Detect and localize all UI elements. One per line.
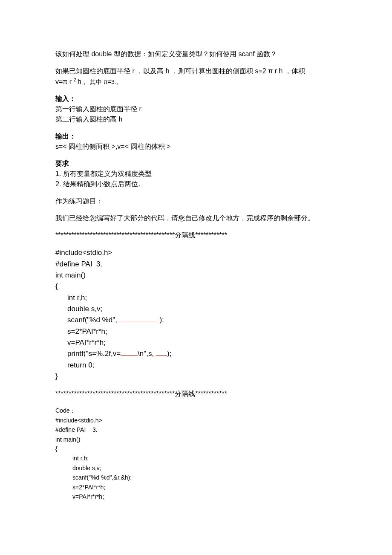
formula-mid: h 。	[78, 78, 90, 85]
hint-text: 我们已经给您编写好了大部分的代码，请您自己修改几个地方，完成程序的剩余部分。	[55, 213, 349, 223]
practice-label: 作为练习题目：	[55, 196, 349, 206]
code-text: scanf("%d %d",	[67, 316, 119, 324]
code-line: double s,v;	[55, 463, 349, 473]
problem-line2: v=π r 2 h 。其中 π=3.。	[55, 76, 349, 87]
code-text: );	[167, 350, 171, 358]
req-line1: 1. 所有变量都定义为双精度类型	[55, 169, 349, 179]
fill-blank	[121, 349, 138, 356]
code-line: s=2*PAI*r*h;	[55, 483, 349, 492]
code-line: scanf("%d %d",&r,&h);	[55, 473, 349, 482]
input-section: 输入： 第一行输入圆柱的底面半径 r 第二行输入圆柱的高 h	[55, 94, 349, 124]
input-line2: 第二行输入圆柱的高 h	[55, 114, 349, 124]
code-line: s=2*PAI*r*h;	[55, 326, 349, 337]
code-template: #include<stdio.h> #define PAI 3. int mai…	[55, 247, 349, 382]
req-label: 要求	[55, 159, 349, 169]
code-line: }	[55, 371, 349, 382]
code-label: Code：	[55, 406, 349, 415]
fill-blank	[156, 349, 167, 356]
intro-question: 该如何处理 double 型的数据：如何定义变量类型？如何使用 scanf 函数…	[55, 49, 349, 59]
code-line: v=PAI*r*r*h;	[55, 337, 349, 348]
code-line: #define PAI 3.	[55, 259, 349, 270]
formula-sup: 2	[74, 77, 78, 82]
output-line1: s=< 圆柱的侧面积 >,v=< 圆柱的体积 >	[55, 142, 349, 152]
divider-top: ****************************************…	[55, 230, 349, 240]
pi-note: 其中 π=3.。	[90, 78, 122, 85]
fill-blank	[119, 315, 158, 322]
output-label: 输出：	[55, 131, 349, 142]
input-label: 输入：	[55, 94, 349, 104]
output-section: 输出： s=< 圆柱的侧面积 >,v=< 圆柱的体积 >	[55, 131, 349, 152]
divider-bottom: ****************************************…	[55, 389, 349, 399]
formula-pre: v=π r	[55, 78, 74, 85]
code-text: printf("s=%.2f,v=	[67, 350, 121, 358]
code-line: {	[55, 444, 349, 454]
problem-statement: 如果已知圆柱的底面半径 r ，以及高 h ，则可计算出圆柱的侧面积 s=2 π …	[55, 66, 349, 87]
code-line: scanf("%d %d", );	[55, 315, 349, 326]
code-line: #define PAI 3.	[55, 425, 349, 434]
code-line: int main()	[55, 435, 349, 444]
code-text: );	[158, 316, 164, 324]
code-line: int r,h;	[55, 292, 349, 304]
code-solution: Code： #include<stdio.h> #define PAI 3. i…	[55, 406, 349, 501]
req-line2: 2. 结果精确到小数点后两位。	[55, 179, 349, 189]
problem-line1: 如果已知圆柱的底面半径 r ，以及高 h ，则可计算出圆柱的侧面积 s=2 π …	[55, 66, 349, 76]
requirements-section: 要求 1. 所有变量都定义为双精度类型 2. 结果精确到小数点后两位。	[55, 159, 349, 189]
code-line: #include<stdio.h>	[55, 416, 349, 425]
code-line: v=PAI*r*r*h;	[55, 492, 349, 501]
code-line: return 0;	[55, 360, 349, 371]
code-line: int main()	[55, 270, 349, 281]
code-line: double s,v;	[55, 304, 349, 315]
code-line: {	[55, 281, 349, 292]
code-line: #include<stdio.h>	[55, 247, 349, 258]
input-line1: 第一行输入圆柱的底面半径 r	[55, 104, 349, 114]
code-line: printf("s=%.2f,v=\n",s, );	[55, 348, 349, 359]
code-line: int r,h;	[55, 454, 349, 463]
code-text: \n",s,	[138, 350, 156, 358]
